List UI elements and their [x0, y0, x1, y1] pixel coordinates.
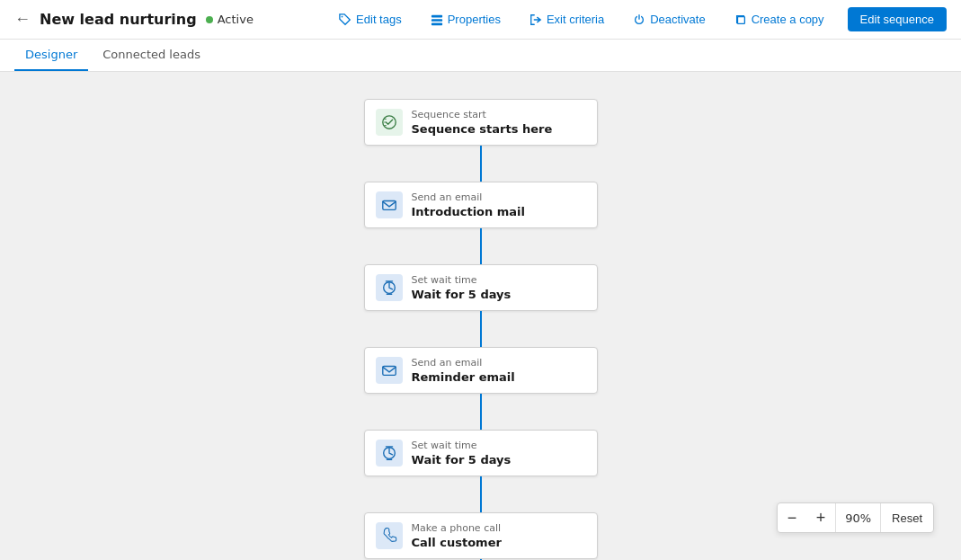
svg-rect-6 — [382, 201, 395, 210]
copy-icon — [734, 13, 747, 26]
node-wait1-icon — [376, 274, 403, 301]
node-call-icon — [376, 522, 403, 549]
connector-3 — [480, 311, 482, 347]
node-email1[interactable]: Send an email Introduction mail — [364, 182, 598, 228]
edit-tags-button[interactable]: Edit tags — [334, 9, 407, 30]
properties-icon — [431, 13, 443, 26]
svg-point-0 — [342, 15, 343, 17]
node-email1-label: Send an email — [412, 191, 586, 203]
tag-icon — [339, 13, 351, 26]
node-wait1[interactable]: Set wait time Wait for 5 days — [364, 264, 598, 311]
exit-criteria-label: Exit criteria — [547, 13, 604, 26]
node-start-text: Sequence start Sequence starts here — [412, 109, 586, 136]
header-actions: Edit tags Properties Exit criteria Deact… — [334, 7, 947, 31]
node-call[interactable]: Make a phone call Call customer — [364, 512, 598, 559]
zoom-controls: − + 90% Reset — [777, 502, 934, 533]
zoom-in-button[interactable]: + — [806, 503, 835, 532]
node-wait2-label: Set wait time — [412, 440, 586, 451]
tabs: Designer Connected leads — [0, 40, 961, 72]
tab-connected-leads[interactable]: Connected leads — [92, 40, 211, 71]
deactivate-label: Deactivate — [650, 13, 705, 26]
status-label: Active — [218, 13, 254, 26]
properties-label: Properties — [448, 13, 501, 26]
zoom-value: 90% — [835, 503, 881, 532]
status-dot — [206, 16, 213, 23]
svg-rect-3 — [432, 22, 442, 25]
connector-4 — [480, 394, 482, 430]
svg-rect-8 — [382, 367, 395, 376]
connector-2 — [480, 228, 482, 264]
node-email1-text: Send an email Introduction mail — [412, 191, 586, 218]
svg-rect-2 — [432, 19, 442, 22]
node-start[interactable]: Sequence start Sequence starts here — [364, 99, 598, 146]
node-call-title: Call customer — [412, 536, 586, 549]
node-wait2-text: Set wait time Wait for 5 days — [412, 440, 586, 467]
node-wait1-title: Wait for 5 days — [412, 288, 586, 301]
deactivate-button[interactable]: Deactivate — [627, 9, 710, 30]
status-badge: Active — [206, 13, 254, 26]
edit-sequence-button[interactable]: Edit sequence — [848, 7, 947, 31]
node-email2[interactable]: Send an email Reminder email — [364, 347, 598, 394]
exit-icon — [529, 13, 542, 26]
node-wait2-title: Wait for 5 days — [412, 453, 586, 467]
properties-button[interactable]: Properties — [425, 9, 506, 30]
node-start-label: Sequence start — [412, 109, 586, 120]
zoom-out-button[interactable]: − — [778, 503, 806, 532]
edit-tags-label: Edit tags — [356, 13, 402, 26]
node-start-title: Sequence starts here — [412, 122, 586, 136]
header: ← New lead nurturing Active Edit tags Pr… — [0, 0, 961, 40]
node-call-label: Make a phone call — [412, 522, 586, 534]
svg-rect-1 — [432, 14, 442, 17]
back-button[interactable]: ← — [14, 10, 31, 29]
node-email2-label: Send an email — [412, 357, 586, 369]
sequence-flow: Sequence start Sequence starts here Send… — [355, 99, 607, 560]
zoom-reset-button[interactable]: Reset — [881, 503, 933, 532]
node-wait2[interactable]: Set wait time Wait for 5 days — [364, 430, 598, 476]
header-left: ← New lead nurturing Active — [14, 10, 254, 29]
node-call-text: Make a phone call Call customer — [412, 522, 586, 549]
node-wait1-text: Set wait time Wait for 5 days — [412, 274, 586, 301]
node-email1-icon — [376, 191, 403, 218]
node-wait2-icon — [376, 440, 403, 467]
svg-rect-4 — [737, 16, 744, 23]
node-start-icon — [376, 109, 403, 136]
exit-criteria-button[interactable]: Exit criteria — [524, 9, 610, 30]
node-email2-icon — [376, 357, 403, 384]
node-email1-title: Introduction mail — [412, 205, 586, 218]
connector-5 — [480, 476, 482, 512]
power-icon — [633, 13, 645, 26]
node-email2-title: Reminder email — [412, 370, 586, 384]
node-email2-text: Send an email Reminder email — [412, 357, 586, 384]
canvas: Sequence start Sequence starts here Send… — [0, 72, 961, 560]
create-copy-label: Create a copy — [752, 13, 824, 26]
create-copy-button[interactable]: Create a copy — [729, 9, 830, 30]
node-wait1-label: Set wait time — [412, 274, 586, 286]
page-title: New lead nurturing — [40, 11, 197, 28]
connector-1 — [480, 146, 482, 182]
tab-designer[interactable]: Designer — [14, 40, 88, 71]
